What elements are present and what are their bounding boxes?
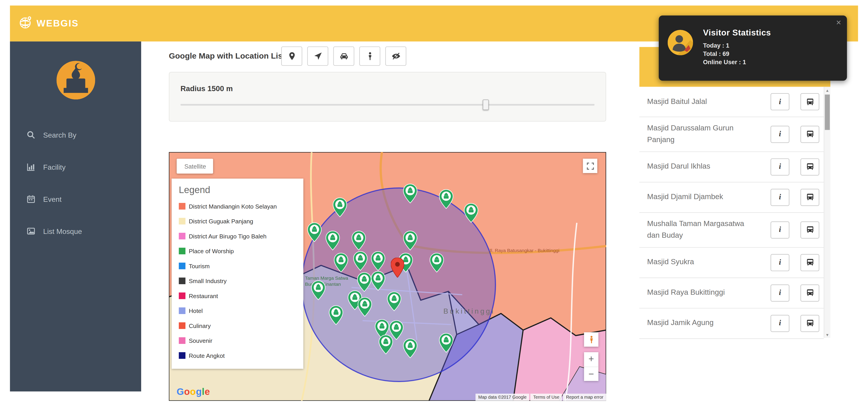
route-button[interactable] <box>801 315 819 332</box>
legend-item: Souvenir <box>179 336 296 345</box>
sidebar-item-search-by[interactable]: Search By <box>10 119 141 151</box>
mosque-marker[interactable] <box>379 335 393 354</box>
bus-icon <box>806 226 814 234</box>
navigate-button[interactable] <box>307 46 329 66</box>
legend-swatch <box>179 248 186 254</box>
mosque-marker[interactable] <box>403 183 417 204</box>
car-button[interactable] <box>333 46 354 66</box>
street-view-button[interactable] <box>359 46 380 66</box>
radius-slider[interactable] <box>181 104 594 105</box>
legend-item: Culinary <box>179 321 296 330</box>
bus-icon <box>806 194 814 201</box>
sidebar-item-list-mosque[interactable]: List Mosque <box>10 215 141 247</box>
legend-label: Place of Worship <box>189 248 234 254</box>
mosque-marker[interactable] <box>357 272 372 292</box>
mosque-marker[interactable] <box>371 271 385 291</box>
mosque-marker[interactable] <box>333 197 347 217</box>
route-button[interactable] <box>801 221 819 238</box>
mosque-name: Masjid Djamil Djambek <box>640 186 760 209</box>
zoom-in-button[interactable]: + <box>584 352 598 367</box>
mosque-marker[interactable] <box>403 231 417 250</box>
legend-swatch <box>179 218 186 225</box>
terms-of-use-link[interactable]: Terms of Use <box>530 394 562 401</box>
route-button[interactable] <box>801 158 819 175</box>
route-button[interactable] <box>801 284 819 301</box>
bus-icon <box>806 289 814 297</box>
location-pin-button[interactable] <box>281 46 302 66</box>
scrollbar[interactable]: ▲ ▼ <box>824 87 831 338</box>
info-button[interactable]: i <box>771 189 789 206</box>
mosque-marker[interactable] <box>358 297 372 317</box>
bus-icon <box>806 163 814 171</box>
mosque-marker[interactable] <box>351 231 366 250</box>
facility-icon <box>27 163 35 171</box>
profile-avatar[interactable] <box>56 61 95 99</box>
legend-swatch <box>179 277 186 284</box>
legend-label: Culinary <box>189 322 211 329</box>
mosque-marker[interactable] <box>439 333 453 353</box>
mosque-name: Masjid Syukra <box>640 251 760 274</box>
info-button[interactable]: i <box>771 315 789 332</box>
sidebar-item-facility[interactable]: Facility <box>10 151 141 183</box>
sidebar-item-label: Search By <box>43 131 76 139</box>
legend-item: District Mandiangin Koto Selayan <box>179 202 296 211</box>
mosque-marker[interactable] <box>464 203 478 223</box>
map-type-control: Map Satellite <box>177 159 213 174</box>
mosque-marker[interactable] <box>334 253 348 273</box>
radius-label: Radius 1500 m <box>181 84 233 93</box>
route-button[interactable] <box>801 189 819 206</box>
legend-item: Hotel <box>179 306 296 315</box>
zoom-out-button[interactable]: − <box>584 367 598 381</box>
brand-logo[interactable]: WEBGIS <box>19 15 79 31</box>
popup-close-icon[interactable]: ✕ <box>836 19 841 27</box>
legend-swatch <box>179 263 186 269</box>
google-logo-letter: l <box>202 386 205 397</box>
visitor-avatar-icon <box>668 30 693 55</box>
mosque-marker[interactable] <box>353 251 368 271</box>
mosque-marker[interactable] <box>307 222 321 242</box>
location-pin-icon <box>287 52 297 61</box>
info-button[interactable]: i <box>771 126 789 143</box>
google-logo-letter: g <box>196 386 202 397</box>
mosque-marker[interactable] <box>430 253 444 273</box>
mosque-marker[interactable] <box>329 305 343 325</box>
selected-location-marker[interactable] <box>391 258 404 278</box>
mosque-marker[interactable] <box>403 338 417 358</box>
route-button[interactable] <box>801 126 819 143</box>
info-button[interactable]: i <box>771 221 789 238</box>
sidebar-item-event[interactable]: Event <box>10 183 141 215</box>
map-legend: Legend District Mandiangin Koto SelayanD… <box>172 179 303 369</box>
info-button[interactable]: i <box>771 158 789 175</box>
report-map-error-link[interactable]: Report a map error <box>563 394 606 401</box>
mosque-marker[interactable] <box>371 251 385 271</box>
hide-icon <box>391 52 401 61</box>
map-canvas[interactable]: Bukittinggi Jl. Raya Batusangkar - Bukit… <box>169 152 606 401</box>
mosque-name: Masjid Raya Bukittinggi <box>640 281 760 304</box>
scroll-down-icon[interactable]: ▼ <box>824 331 830 338</box>
pegman-button[interactable] <box>584 332 598 347</box>
mosque-marker[interactable] <box>326 231 340 250</box>
scroll-up-icon[interactable]: ▲ <box>824 87 830 94</box>
legend-label: Hotel <box>189 307 203 314</box>
legend-swatch <box>179 233 186 240</box>
route-button[interactable] <box>801 254 819 271</box>
route-button[interactable] <box>801 93 819 110</box>
legend-label: Tourism <box>189 263 210 269</box>
google-logo[interactable]: Google <box>177 386 210 398</box>
legend-item: Place of Worship <box>179 247 296 255</box>
radius-slider-handle[interactable] <box>483 99 489 110</box>
mosque-marker[interactable] <box>439 189 453 209</box>
legend-label: Restaurant <box>189 293 218 299</box>
fullscreen-button[interactable] <box>583 159 597 173</box>
scrollbar-thumb[interactable] <box>825 95 830 130</box>
brand-name: WEBGIS <box>37 18 79 29</box>
map-type-satellite[interactable]: Satellite <box>177 159 213 174</box>
mosque-marker[interactable] <box>311 280 326 300</box>
mosque-marker[interactable] <box>387 292 401 311</box>
info-button[interactable]: i <box>771 93 789 110</box>
info-button[interactable]: i <box>771 284 789 301</box>
car-icon <box>339 52 349 61</box>
hide-button[interactable] <box>385 46 406 66</box>
sidebar: Search ByFacilityEventList Mosque <box>10 41 141 391</box>
info-button[interactable]: i <box>771 254 789 271</box>
